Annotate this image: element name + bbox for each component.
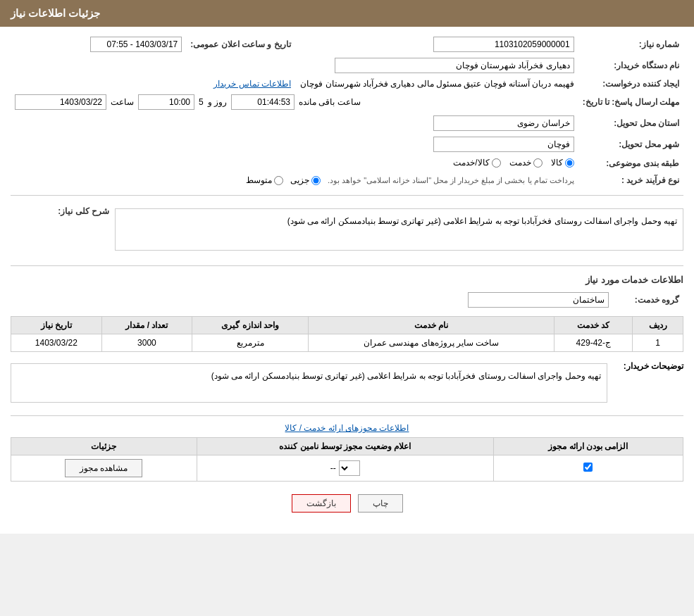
cell-code: ج-42-429 (554, 334, 633, 352)
buyer-org-value (11, 55, 578, 76)
perm-status-value: -- (330, 463, 336, 473)
days-label: روز و (208, 97, 227, 107)
print-button[interactable]: چاپ (358, 494, 403, 513)
city-label: شهر محل تحویل: (578, 134, 683, 155)
view-permit-button[interactable]: مشاهده مجوز (65, 459, 142, 477)
page-header: جزئیات اطلاعات نیاز (0, 0, 694, 27)
perm-status-select[interactable]: ∨ (339, 460, 360, 476)
province-label: استان محل تحویل: (578, 113, 683, 134)
info-table: شماره نیاز: تاریخ و ساعت اعلان عمومی: نا… (11, 34, 683, 188)
back-button[interactable]: بازگشت (292, 494, 351, 513)
col-row: ردیف (633, 317, 683, 334)
creator-label: ایجاد کننده درخواست: (578, 76, 683, 92)
general-desc-label: شرح کلی نیاز: (11, 203, 109, 216)
action-buttons: چاپ بازگشت (11, 494, 683, 513)
divider-2 (11, 265, 683, 266)
buyer-notes-label: توضیحات خریدار: (613, 358, 683, 371)
service-group-input[interactable] (468, 292, 609, 308)
announce-datetime-input[interactable] (90, 37, 182, 52)
process-option-motawaset[interactable]: متوسط (246, 175, 283, 185)
deadline-time-input[interactable] (138, 94, 194, 110)
deadline-row: ساعت 5 روز و ساعت باقی مانده (11, 92, 578, 113)
col-qty: تعداد / مقدار (101, 317, 192, 334)
category-label: طبقه بندی موضوعی: (578, 155, 683, 172)
main-content: شماره نیاز: تاریخ و ساعت اعلان عمومی: نا… (0, 27, 694, 520)
perm-col-details: جزئیات (11, 438, 197, 455)
perm-col-required: الزامی بودن ارائه مجوز (493, 438, 683, 455)
buyer-notes-section: توضیحات خریدار: (11, 358, 683, 408)
need-number-value (316, 34, 578, 55)
divider-1 (11, 195, 683, 196)
need-number-input[interactable] (433, 37, 574, 52)
permissions-table: الزامی بودن ارائه مجوز اعلام وضعیت مجوز … (11, 437, 683, 482)
cell-date: 1403/03/22 (11, 334, 102, 352)
process-note: پرداخت تمام یا بخشی از مبلغ خریدار از مح… (328, 176, 574, 185)
deadline-date-input[interactable] (15, 94, 106, 110)
cell-unit: مترمربع (192, 334, 309, 352)
process-option-jozi[interactable]: جزیی (290, 175, 321, 185)
deadline-time-label: ساعت (111, 97, 134, 107)
creator-value: فهیمه دربان آستانه فوچان عتیق مسئول مالی… (11, 76, 578, 92)
perm-required-cell (493, 455, 683, 482)
response-deadline-label: مهلت ارسال پاسخ: تا تاریخ: (578, 92, 683, 113)
service-group-table: گروه خدمت: (11, 289, 683, 310)
services-section-title: اطلاعات خدمات مورد نیاز (11, 275, 683, 285)
remaining-label: ساعت باقی مانده (299, 97, 361, 107)
perm-table-row: ∨ -- مشاهده مجوز (11, 455, 683, 482)
page-wrapper: جزئیات اطلاعات نیاز شماره نیاز: تاریخ و … (0, 0, 694, 534)
cell-qty: 3000 (101, 334, 192, 352)
buyer-notes-textarea[interactable] (11, 363, 607, 403)
countdown-input (231, 94, 295, 110)
cell-name: ساخت سایر پروژه‌های مهندسی عمران (308, 334, 554, 352)
col-code: کد خدمت (554, 317, 633, 334)
general-desc-textarea[interactable] (115, 208, 683, 251)
city-input[interactable] (433, 137, 574, 152)
perm-details-cell: مشاهده مجوز (11, 455, 197, 482)
province-input[interactable] (433, 115, 574, 131)
need-number-label: شماره نیاز: (578, 34, 683, 55)
divider-3 (11, 415, 683, 416)
cell-row: 1 (633, 334, 683, 352)
permissions-title: اطلاعات مجوزهای ارائه خدمت / کالا (11, 423, 683, 433)
process-label: نوع فرآیند خرید : (578, 172, 683, 189)
perm-col-status: اعلام وضعیت مجوز توسط نامین کننده (197, 438, 493, 455)
col-name: نام خدمت (308, 317, 554, 334)
general-desc-section: شرح کلی نیاز: (11, 203, 683, 258)
buyer-org-label: نام دستگاه خریدار: (578, 55, 683, 76)
category-radio-group: کالا/خدمت خدمت کالا (11, 155, 578, 172)
creator-text: فهیمه دربان آستانه فوچان عتیق مسئول مالی… (300, 79, 574, 89)
service-group-label: گروه خدمت: (613, 289, 683, 310)
page-title: جزئیات اطلاعات نیاز (11, 7, 100, 19)
col-date: تاریخ نیاز (11, 317, 102, 334)
buyer-org-input[interactable] (335, 58, 574, 73)
contact-link[interactable]: اطلاعات تماس خریدار (213, 79, 291, 89)
category-option-kala[interactable]: کالا (551, 158, 574, 168)
services-table: ردیف کد خدمت نام خدمت واحد اندازه گیری ت… (11, 316, 683, 352)
category-option-kala-khedmat[interactable]: کالا/خدمت (453, 158, 500, 168)
category-option-khedmat[interactable]: خدمت (509, 158, 543, 168)
announce-datetime-value (11, 34, 186, 55)
perm-required-checkbox[interactable] (583, 463, 593, 472)
table-row: 1 ج-42-429 ساخت سایر پروژه‌های مهندسی عم… (11, 334, 683, 352)
days-value: 5 (199, 97, 204, 107)
process-row: متوسط جزیی پرداخت تمام یا بخشی از مبلغ خ… (11, 172, 578, 189)
announce-datetime-label: تاریخ و ساعت اعلان عمومی: (186, 34, 295, 55)
col-unit: واحد اندازه گیری (192, 317, 309, 334)
perm-status-cell: ∨ -- (197, 455, 493, 482)
